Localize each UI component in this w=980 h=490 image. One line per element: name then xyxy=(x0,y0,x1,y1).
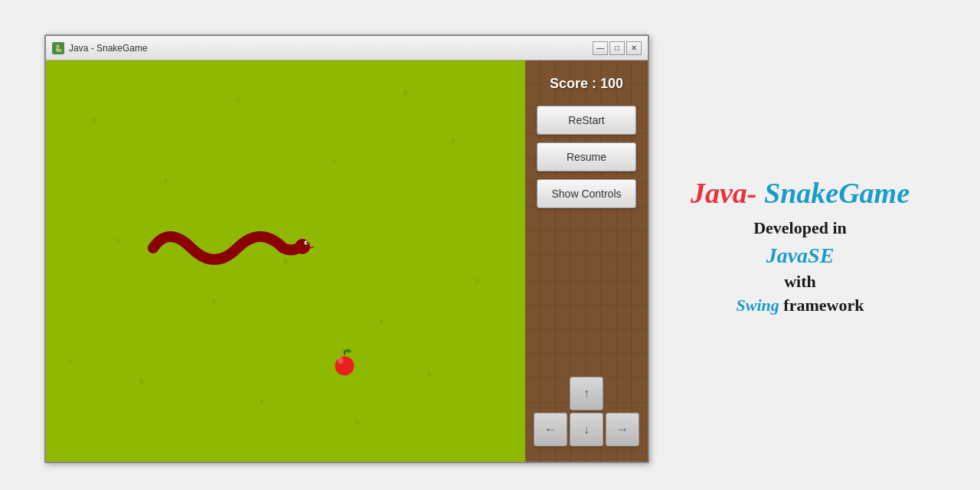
app-icon: 🐍 xyxy=(52,42,64,54)
brand-javase-text: JavaSE xyxy=(666,240,934,270)
score-display: Score : 100 xyxy=(550,76,623,92)
maximize-button[interactable]: □ xyxy=(609,41,625,55)
window-title: Java - SnakeGame xyxy=(69,43,593,54)
dpad-down-button[interactable]: ↓ xyxy=(570,413,603,446)
restart-button[interactable]: ReStart xyxy=(537,106,636,135)
directional-pad: ↑ ← ↓ → xyxy=(534,377,639,446)
show-controls-button[interactable]: Show Controls xyxy=(537,179,636,208)
brand-developed-text: Developed in xyxy=(666,217,934,240)
dpad-left-button[interactable]: ← xyxy=(534,413,567,446)
dpad-up-button[interactable]: ↑ xyxy=(570,377,603,410)
brand-swing-text: Swing xyxy=(737,296,779,315)
snake xyxy=(138,217,314,279)
brand-swing-line: Swing framework xyxy=(666,294,934,318)
apple xyxy=(329,347,360,377)
right-panel: Score : 100 ReStart Resume Show Controls… xyxy=(525,60,648,462)
resume-button[interactable]: Resume xyxy=(537,142,636,172)
brand-java-text: Java- xyxy=(691,177,764,209)
minimize-button[interactable]: — xyxy=(593,41,608,55)
game-canvas xyxy=(46,60,525,462)
window-controls: — □ ✕ xyxy=(593,41,642,55)
brand-snake-text: SnakeGame xyxy=(764,177,910,209)
svg-point-0 xyxy=(295,239,310,254)
app-window: 🐍 Java - SnakeGame — □ ✕ xyxy=(44,34,649,463)
brand-with-text: with xyxy=(666,270,934,294)
branding-panel: Java- SnakeGame Developed in JavaSE with… xyxy=(666,173,934,318)
close-button[interactable]: ✕ xyxy=(626,41,642,55)
brand-title-line: Java- SnakeGame xyxy=(666,173,934,214)
svg-point-2 xyxy=(306,242,309,244)
title-bar: 🐍 Java - SnakeGame — □ ✕ xyxy=(46,36,648,60)
brand-framework-text: framework xyxy=(779,296,864,315)
window-content: Score : 100 ReStart Resume Show Controls… xyxy=(46,60,648,462)
dpad-right-button[interactable]: → xyxy=(606,413,639,446)
